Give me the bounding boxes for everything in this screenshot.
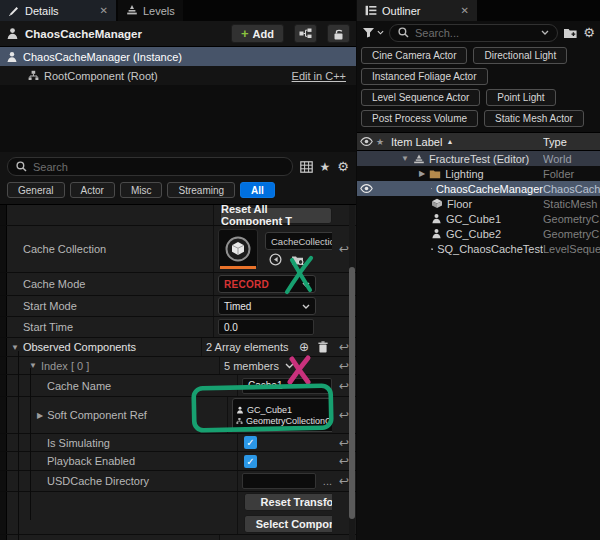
add-array-element-icon[interactable]: ⊕: [299, 340, 309, 354]
start-time-input[interactable]: 0.0: [218, 319, 314, 335]
visibility-eye-icon[interactable]: [357, 184, 375, 193]
chip-post-process-volume[interactable]: Post Process Volume: [361, 110, 478, 127]
chip-point-light[interactable]: Point Light: [486, 89, 555, 106]
outliner-row-chaoscachemanager[interactable]: ChaosCacheManager ChaosCach: [357, 181, 600, 196]
item-label-header[interactable]: Item Label: [391, 136, 442, 148]
details-search-row: Search ★ ⚙: [0, 152, 356, 178]
add-component-button[interactable]: + Add: [231, 24, 284, 43]
outliner-row-lighting[interactable]: ▶ Lighting Folder: [357, 166, 600, 181]
create-folder-icon[interactable]: [563, 27, 578, 39]
playback-enabled-label: Playback Enabled: [7, 455, 237, 467]
usdcache-directory-input[interactable]: [242, 473, 316, 489]
actor-name: ChaosCacheManager: [25, 28, 142, 40]
edit-in-cpp-link[interactable]: Edit in C++: [292, 70, 350, 82]
chip-cine-camera-actor[interactable]: Cine Camera Actor: [361, 47, 467, 64]
browse-directory-button[interactable]: ...: [323, 475, 332, 487]
tab-details-close-icon[interactable]: ✕: [86, 5, 108, 16]
outliner-settings-gear-icon[interactable]: ⚙: [583, 25, 595, 40]
outliner-row-sq-chaoscachetest[interactable]: SQ_ChaosCacheTest LevelSeque: [357, 241, 600, 256]
tab-outliner[interactable]: Outliner ✕: [357, 0, 477, 21]
soft-ref-actor-name: GC_Cube1: [247, 405, 292, 415]
asset-color-bar: [220, 266, 256, 269]
row-label: FractureTest (Editor): [429, 153, 529, 165]
cache-mode-label: Cache Mode: [7, 278, 213, 290]
delete-array-icon[interactable]: [318, 341, 328, 353]
browse-to-asset-icon[interactable]: [291, 254, 305, 266]
root-component-row[interactable]: RootComponent (Root) Edit in C++: [0, 66, 356, 85]
favorites-column-star-icon[interactable]: ★: [376, 137, 391, 147]
filter-funnel-icon[interactable]: [362, 27, 384, 38]
select-component-button[interactable]: Select Component: [244, 515, 332, 533]
row-label: GC_Cube1: [446, 213, 501, 225]
filter-actor[interactable]: Actor: [70, 182, 115, 198]
display-mode-icon[interactable]: [300, 161, 313, 173]
blueprint-hierarchy-button[interactable]: [294, 24, 317, 43]
chip-instanced-foliage-actor[interactable]: Instanced Foliage Actor: [361, 68, 488, 85]
chip-static-mesh-actor[interactable]: Static Mesh Actor: [484, 110, 584, 127]
row-gutter: [0, 434, 7, 451]
expand-arrow-icon[interactable]: ▼: [11, 343, 19, 352]
soft-ref-labelwrap: ▶ Soft Component Ref: [7, 409, 227, 421]
filter-misc[interactable]: Misc: [120, 182, 163, 198]
row-gutter: [0, 375, 7, 396]
outliner-row-world[interactable]: ▼ FractureTest (Editor) World: [357, 151, 600, 166]
sort-ascending-icon: ▲: [446, 138, 453, 145]
soft-component-ref-dropdown[interactable]: GC_Cube1 GeometryCollectionCompone: [232, 398, 332, 432]
details-search-placeholder: Search: [33, 161, 68, 173]
lock-icon[interactable]: [327, 24, 350, 43]
outliner-search-input[interactable]: Search...: [389, 24, 558, 42]
search-options-chevron-icon[interactable]: [541, 30, 549, 35]
tab-outliner-close-icon[interactable]: ✕: [447, 5, 469, 16]
collapse-arrow-icon[interactable]: ▶: [37, 411, 43, 420]
is-simulating-checkbox[interactable]: ✓: [244, 436, 257, 449]
row-gutter: [0, 226, 7, 272]
component-icon: [28, 70, 39, 81]
filter-general[interactable]: General: [7, 182, 65, 198]
root-component-label: RootComponent (Root): [44, 70, 158, 82]
cache-mode-selected: RECORD: [224, 279, 269, 290]
filter-all[interactable]: All: [240, 182, 275, 198]
outliner-empty-area: [357, 256, 600, 540]
cache-collection-row: Cache Collection CacheCollection1: [0, 226, 356, 273]
row-type: ChaosCach: [543, 183, 600, 195]
component-instance-row[interactable]: ChaosCacheManager (Instance): [0, 47, 356, 66]
expand-arrow-icon[interactable]: ▼: [401, 154, 409, 163]
row-gutter: [0, 397, 7, 433]
details-scrollbar-thumb[interactable]: [349, 267, 355, 519]
reset-transform-button[interactable]: Reset Transform: [244, 493, 332, 511]
cache-mode-dropdown[interactable]: RECORD: [218, 275, 316, 293]
filter-streaming[interactable]: Streaming: [167, 182, 235, 198]
outliner-row-gc-cube2[interactable]: GC_Cube2 GeometryC: [357, 226, 600, 241]
is-simulating-label: Is Simulating: [7, 437, 237, 449]
row-gutter: [0, 492, 7, 534]
asset-thumbnail[interactable]: [218, 229, 258, 269]
usdcache-directory-value: ...: [237, 471, 332, 491]
chip-level-sequence-actor[interactable]: Level Sequence Actor: [361, 89, 480, 106]
playback-enabled-checkbox[interactable]: ✓: [244, 455, 257, 468]
start-mode-selected: Timed: [224, 301, 251, 312]
details-search-input[interactable]: Search: [7, 157, 293, 176]
favorites-star-icon[interactable]: ★: [320, 160, 331, 174]
actor-icon: [6, 51, 18, 63]
use-selected-asset-icon[interactable]: [269, 253, 282, 266]
playback-enabled-row: Playback Enabled ✓ ↩: [0, 452, 356, 471]
tab-details[interactable]: Details ✕: [0, 0, 116, 21]
settings-gear-icon[interactable]: ⚙: [337, 159, 349, 174]
type-header[interactable]: Type: [543, 136, 600, 148]
start-mode-dropdown[interactable]: Timed: [218, 297, 316, 315]
index0-labelwrap: ▼ Index [ 0 ]: [7, 360, 219, 372]
cache-collection-dropdown[interactable]: CacheCollection1: [265, 232, 332, 250]
outliner-row-gc-cube1[interactable]: GC_Cube1 GeometryC: [357, 211, 600, 226]
row-gutter: [0, 357, 7, 374]
cache-name-input[interactable]: Cache1: [242, 378, 332, 394]
chip-directional-light[interactable]: Directional Light: [473, 47, 567, 64]
reset-all-components-button[interactable]: Reset All Component T: [220, 207, 332, 224]
start-time-label: Start Time: [7, 321, 213, 333]
tab-outliner-label: Outliner: [382, 5, 421, 17]
outliner-row-floor[interactable]: Floor StaticMesh: [357, 196, 600, 211]
visibility-column-eye-icon[interactable]: [357, 137, 376, 146]
collapse-arrow-icon[interactable]: ▶: [419, 169, 425, 178]
index0-label: Index [ 0 ]: [41, 360, 89, 372]
tab-levels[interactable]: Levels: [118, 0, 183, 21]
expand-arrow-icon[interactable]: ▼: [29, 361, 37, 370]
